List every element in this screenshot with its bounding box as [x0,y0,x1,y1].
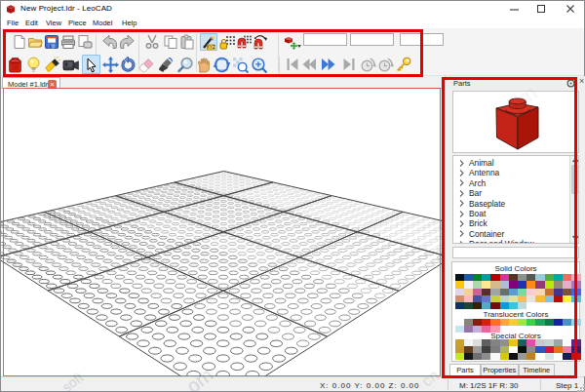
svg-text:XYZ: XYZ [207,45,215,50]
